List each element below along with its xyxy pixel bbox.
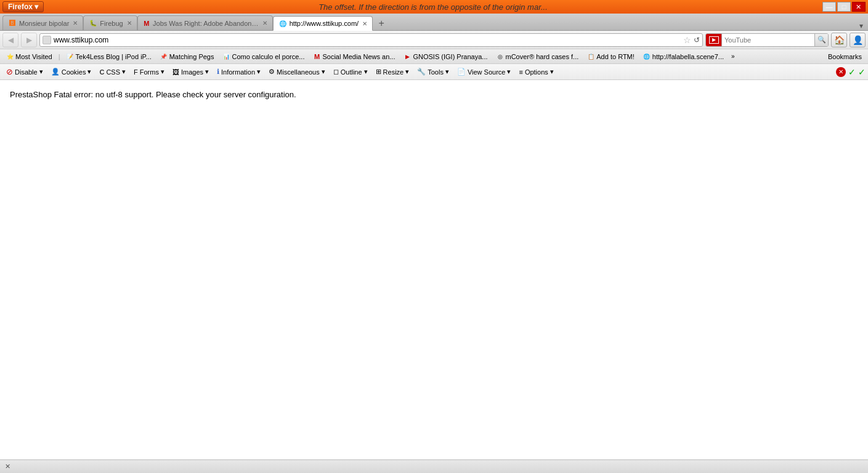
disable-icon: ⊘ [6,67,13,76]
options-chevron: ▾ [550,68,554,76]
new-tab-button[interactable]: + [374,17,389,30]
youtube-search-input[interactable] [722,36,814,44]
miscellaneous-label: Miscellaneous [277,68,320,76]
bookmark-star-icon[interactable]: ☆ [683,35,691,45]
firefox-menu-button[interactable]: Firefox ▾ [2,1,44,12]
cookies-chevron: ▾ [87,68,91,76]
information-chevron: ▾ [257,68,261,76]
tab-close-3[interactable]: ✕ [262,20,267,26]
tools-chevron: ▾ [445,68,449,76]
youtube-icon-wrap: ▶ [706,34,722,46]
back-button[interactable]: ◀ [2,33,18,47]
disable-label: Disable [15,68,38,76]
title-bar-left: Firefox ▾ [2,1,44,12]
wd-css[interactable]: C CSS ▾ [95,67,129,77]
tab-favicon-sttikup: 🌐 [278,19,287,28]
wd-miscellaneous[interactable]: ⚙ Miscellaneous ▾ [265,67,329,77]
tab-close-2[interactable]: ✕ [127,20,132,26]
bookmark-como-calculo[interactable]: 📊 Como calculo el porce... [219,52,308,62]
resize-icon: ⊞ [376,68,381,76]
outline-label: Outline [341,68,362,76]
tab-label-1: Monsieur bipolar [19,20,69,27]
wd-forms[interactable]: F Forms ▾ [130,67,168,77]
view-source-icon: 📄 [457,68,466,76]
url-bar: ☆ ↺ [39,33,703,47]
window-controls: — □ ✕ [822,2,866,12]
home-button[interactable]: 🏠 [831,33,847,47]
outline-chevron: ▾ [364,68,368,76]
tab-label-3: Jobs Was Right: Adobe Abandons Mo... [153,20,259,27]
tab-jobs[interactable]: M Jobs Was Right: Adobe Abandons Mo... ✕ [137,15,273,30]
bookmark-add-rtm[interactable]: 📋 Add to RTM! [583,52,638,62]
bookmark-falabella[interactable]: 🌐 http://falabella.scene7... [639,52,728,62]
tab-bar: 🅱 Monsieur bipolar ✕ 🐛 Firebug ✕ M Jobs … [0,14,868,31]
wd-view-source[interactable]: 📄 View Source ▾ [453,67,515,77]
bookmark-matching-pegs[interactable]: 📌 Matching Pegs [156,52,218,62]
wd-check-1: ✓ [848,67,856,77]
webdev-toolbar: ⊘ Disable ▾ 👤 Cookies ▾ C CSS ▾ F Forms … [0,64,868,80]
bookmark-label-tek4less: Tek4Less Blog | iPod iP... [76,53,152,60]
wd-options[interactable]: ≡ Options ▾ [515,67,557,77]
wd-outline[interactable]: ◻ Outline ▾ [330,67,371,77]
wd-tools[interactable]: 🔧 Tools ▾ [413,67,453,77]
wd-images[interactable]: 🖼 Images ▾ [169,67,213,77]
tools-label: Tools [428,68,444,76]
most-visited-icon: ⭐ [6,53,14,60]
minimize-button[interactable]: — [822,2,836,12]
bookmark-gnosis[interactable]: ▶ GNOSIS (IGI) Pranaya... [400,52,491,62]
images-icon: 🖼 [172,68,179,76]
tab-sttikup[interactable]: 🌐 http://www.sttikup.com/ ✕ [273,16,373,31]
add-rtm-icon: 📋 [587,53,594,60]
bookmarks-more-button[interactable]: » [729,52,737,61]
forward-button[interactable]: ▶ [21,33,37,47]
tab-firebug[interactable]: 🐛 Firebug ✕ [83,15,137,30]
maximize-button[interactable]: □ [837,2,851,12]
disable-chevron: ▾ [39,68,43,76]
tab-close-4[interactable]: ✕ [362,20,367,27]
social-media-icon: M [313,53,320,60]
miscellaneous-chevron: ▾ [322,68,325,76]
main-wrapper: 🅱 Monsieur bipolar ✕ 🐛 Firebug ✕ M Jobs … [0,14,868,473]
window-title: The offset. If the direction is from the… [187,2,679,12]
youtube-search-button[interactable]: 🔍 [814,34,828,46]
miscellaneous-icon: ⚙ [269,68,275,76]
tab-label-2: Firebug [100,20,123,27]
wd-cookies[interactable]: 👤 Cookies ▾ [47,67,95,77]
navigation-bar: ◀ ▶ ☆ ↺ ▶ 🔍 🏠 👤 [0,31,868,49]
bookmark-most-visited[interactable]: ⭐ Most Visited [2,52,56,62]
profile-button[interactable]: 👤 [850,33,866,47]
bookmark-label-add-rtm: Add to RTM! [596,53,635,60]
tools-icon: 🔧 [417,68,426,76]
url-input[interactable] [54,36,681,44]
options-icon: ≡ [519,68,522,76]
outline-icon: ◻ [333,68,339,76]
matching-pegs-icon: 📌 [160,53,168,60]
css-icon: C [99,68,104,76]
bookmark-tek4less[interactable]: 📝 Tek4Less Blog | iPod iP... [63,52,155,62]
wd-error-button[interactable]: ✕ [836,67,846,77]
bookmark-label-falabella: http://falabella.scene7... [652,53,724,60]
css-chevron: ▾ [122,68,126,76]
tab-monsieur-bipolar[interactable]: 🅱 Monsieur bipolar ✕ [2,15,83,30]
bookmark-label-matching-pegs: Matching Pegs [169,53,214,60]
images-chevron: ▾ [205,68,209,76]
tab-favicon-firebug: 🐛 [89,19,97,28]
reload-icon[interactable]: ↺ [694,36,700,44]
tab-close-1[interactable]: ✕ [73,20,78,26]
bookmarks-label[interactable]: Bookmarks [824,52,866,62]
status-x: ✕ [5,463,10,471]
bookmark-mcover[interactable]: ◎ mCover® hard cases f... [493,52,583,62]
bookmark-social-media[interactable]: M Social Media News an... [309,52,399,62]
bm-separator-1: | [57,53,62,60]
tek4less-icon: 📝 [67,53,74,60]
wd-information[interactable]: ℹ Information ▾ [213,67,264,77]
wd-resize[interactable]: ⊞ Resize ▾ [372,67,413,77]
information-label: Information [221,68,255,76]
youtube-search-bar: ▶ 🔍 [705,33,829,47]
url-favicon [43,36,51,44]
wd-disable-button[interactable]: ⊘ Disable ▾ [2,66,47,78]
youtube-icon: ▶ [709,36,719,44]
close-button[interactable]: ✕ [852,2,866,12]
tab-list-button[interactable]: ▾ [859,22,863,30]
firefox-label: Firefox [8,2,33,11]
